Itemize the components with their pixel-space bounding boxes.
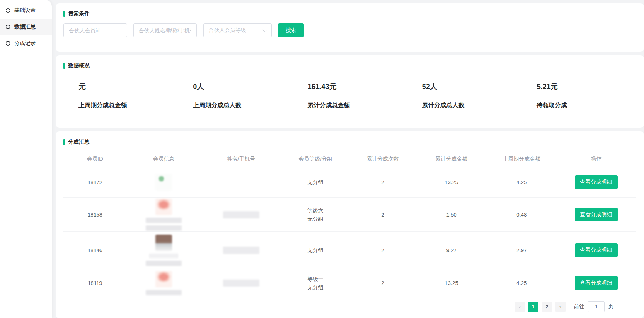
summary-card: 分成汇总 会员ID会员信息姓名/手机号会员等级/分组累计分成次数累计分成金额上周… xyxy=(56,131,644,318)
stats-row: 元上周期分成总金额0人上周期分成总人数161.43元累计分成总金额52人累计分成… xyxy=(63,82,636,109)
sidebar: 基础设置数据汇总分成记录 xyxy=(0,0,52,318)
action-cell: 查看分成明细 xyxy=(556,276,636,290)
stat-block-1: 0人上周期分成总人数 xyxy=(178,82,292,109)
column-header-2: 姓名/手机号 xyxy=(201,156,281,162)
total-amount-cell: 13.25 xyxy=(416,280,487,286)
column-header-4: 累计分成次数 xyxy=(350,156,416,162)
share-count-cell: 2 xyxy=(350,179,416,185)
member-avatar xyxy=(155,235,172,251)
stat-value: 0人 xyxy=(193,82,292,92)
stat-label: 待领取分成 xyxy=(537,101,636,109)
table-header-row: 会员ID会员信息姓名/手机号会员等级/分组累计分成次数累计分成金额上周期分成金额… xyxy=(63,151,636,167)
stat-label: 累计分成总人数 xyxy=(422,101,522,109)
blurred-nickname xyxy=(146,225,182,231)
search-section-title: 搜索条件 xyxy=(63,10,636,17)
pagination: ‹12›前往页 xyxy=(63,297,636,316)
column-header-1: 会员信息 xyxy=(127,156,201,162)
goto-page-input[interactable] xyxy=(588,301,605,312)
sidebar-item-label: 数据汇总 xyxy=(14,24,36,30)
main-content: 搜索条件 合伙人会员等级 搜索 数据概况 元上周期分成总金额0人上周期分成总人数… xyxy=(56,0,644,318)
table-body: 18172无分组213.254.25查看分成明细18158等级六无分组21.50… xyxy=(63,167,636,297)
partner-id-input[interactable] xyxy=(63,23,127,37)
name-phone-cell xyxy=(201,211,281,218)
total-amount-cell: 9.27 xyxy=(416,247,487,253)
summary-title-text: 分成汇总 xyxy=(68,139,90,145)
share-count-cell: 2 xyxy=(350,212,416,218)
sidebar-item-1[interactable]: 数据汇总 xyxy=(0,19,52,35)
sidebar-item-2[interactable]: 分成记录 xyxy=(0,35,52,51)
column-header-7: 操作 xyxy=(556,156,636,162)
blurred-nickname xyxy=(149,254,178,258)
level-group-cell: 无分组 xyxy=(281,178,350,186)
next-page-button[interactable]: › xyxy=(555,302,566,312)
blurred-nickname xyxy=(146,290,182,295)
section-accent-bar xyxy=(63,11,65,17)
overview-title-text: 数据概况 xyxy=(68,62,90,69)
stat-label: 上周期分成总金额 xyxy=(78,101,178,109)
stat-block-0: 元上周期分成总金额 xyxy=(63,82,178,109)
sidebar-item-label: 分成记录 xyxy=(14,40,36,47)
member-info-cell xyxy=(127,199,201,231)
view-share-detail-button[interactable]: 查看分成明细 xyxy=(575,208,618,221)
column-header-0: 会员ID xyxy=(63,156,127,162)
sidebar-item-label: 基础设置 xyxy=(14,7,36,14)
member-id-cell: 18119 xyxy=(63,280,127,286)
avatar-wrap xyxy=(127,174,201,191)
page-suffix-label: 页 xyxy=(608,303,613,310)
blurred-nickname xyxy=(146,261,182,266)
search-title-text: 搜索条件 xyxy=(68,10,90,17)
action-cell: 查看分成明细 xyxy=(556,208,636,221)
sidebar-item-0[interactable]: 基础设置 xyxy=(0,2,52,19)
stat-label: 上周期分成总人数 xyxy=(193,101,292,109)
view-share-detail-button[interactable]: 查看分成明细 xyxy=(575,276,618,290)
partner-level-select-placeholder: 合伙人会员等级 xyxy=(209,27,246,34)
member-id-cell: 18158 xyxy=(63,212,127,218)
partner-level-select[interactable]: 合伙人会员等级 xyxy=(203,23,272,37)
name-phone-cell xyxy=(201,247,281,254)
stat-block-2: 161.43元累计分成总金额 xyxy=(292,82,407,109)
table-row: 18158等级六无分组21.500.48查看分成明细 xyxy=(63,197,636,231)
member-info-cell xyxy=(127,235,201,266)
table-row: 18119等级一无分组213.254.25查看分成明细 xyxy=(63,269,636,297)
goto-page: 前往页 xyxy=(574,301,613,312)
level-group-cell: 等级六无分组 xyxy=(281,207,350,223)
page-button-2[interactable]: 2 xyxy=(542,302,552,312)
member-avatar xyxy=(155,271,172,287)
search-card: 搜索条件 合伙人会员等级 搜索 xyxy=(56,3,644,52)
column-header-6: 上周期分成金额 xyxy=(487,156,556,162)
circle-icon xyxy=(6,25,10,29)
column-header-5: 累计分成金额 xyxy=(416,156,487,162)
avatar-wrap xyxy=(127,199,201,231)
stat-block-4: 5.21元待领取分成 xyxy=(522,82,636,109)
blurred-name-phone xyxy=(223,211,259,218)
last-period-amount-cell: 4.25 xyxy=(487,179,556,185)
summary-table: 会员ID会员信息姓名/手机号会员等级/分组累计分成次数累计分成金额上周期分成金额… xyxy=(63,151,636,297)
member-info-cell xyxy=(127,174,201,191)
table-row: 18172无分组213.254.25查看分成明细 xyxy=(63,167,636,197)
member-info-cell xyxy=(127,271,201,295)
search-button[interactable]: 搜索 xyxy=(278,23,304,37)
last-period-amount-cell: 0.48 xyxy=(487,212,556,218)
prev-page-button[interactable]: ‹ xyxy=(515,302,525,312)
name-phone-cell xyxy=(201,280,281,287)
total-amount-cell: 13.25 xyxy=(416,179,487,185)
member-level: 等级一 xyxy=(281,275,350,283)
member-group: 无分组 xyxy=(281,283,350,291)
stat-block-3: 52人累计分成总人数 xyxy=(407,82,522,109)
last-period-amount-cell: 2.97 xyxy=(487,247,556,253)
share-count-cell: 2 xyxy=(350,247,416,253)
partner-name-input[interactable] xyxy=(133,23,197,37)
section-accent-bar xyxy=(63,139,65,145)
view-share-detail-button[interactable]: 查看分成明细 xyxy=(575,175,618,189)
blurred-name-phone xyxy=(223,280,259,287)
stat-label: 累计分成总金额 xyxy=(307,101,407,109)
level-group-cell: 无分组 xyxy=(281,246,350,254)
page-button-1[interactable]: 1 xyxy=(528,302,538,312)
member-level: 等级六 xyxy=(281,207,350,215)
stat-value: 161.43元 xyxy=(307,82,407,92)
blurred-name-phone xyxy=(223,247,259,254)
level-group-cell: 等级一无分组 xyxy=(281,275,350,291)
overview-section-title: 数据概况 xyxy=(63,62,636,69)
view-share-detail-button[interactable]: 查看分成明细 xyxy=(575,243,618,257)
overview-card: 数据概况 元上周期分成总金额0人上周期分成总人数161.43元累计分成总金额52… xyxy=(56,55,644,128)
